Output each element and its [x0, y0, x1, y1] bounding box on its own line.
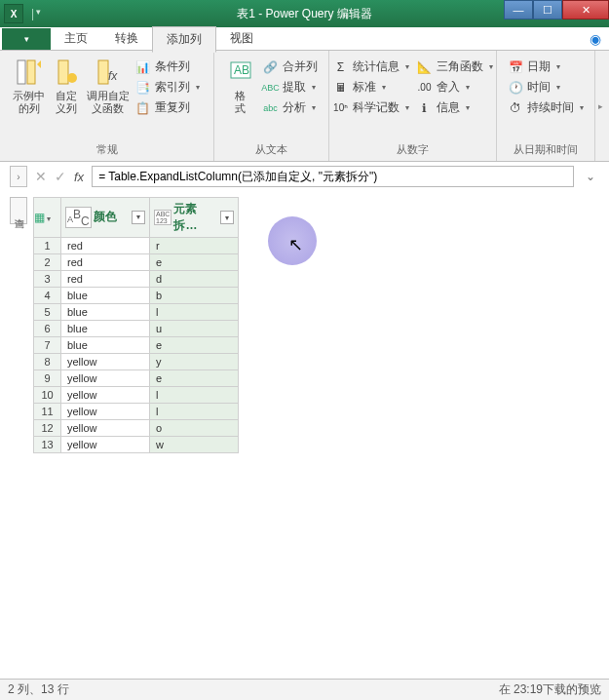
table-row[interactable]: 2rede: [34, 254, 239, 271]
format-button[interactable]: AB 格 式: [222, 55, 259, 140]
cell-element[interactable]: l: [150, 404, 239, 420]
cell-element[interactable]: o: [150, 420, 239, 437]
table-corner[interactable]: ▦▾: [34, 198, 61, 238]
cell-color[interactable]: yellow: [61, 387, 150, 404]
cell-element[interactable]: r: [150, 238, 239, 254]
scientific-button[interactable]: 10ⁿ科学记数▾: [329, 97, 413, 118]
cell-color[interactable]: red: [61, 238, 150, 254]
information-button[interactable]: ℹ信息▾: [413, 97, 497, 118]
cell-color[interactable]: red: [61, 271, 150, 288]
standard-button[interactable]: 🖩标准▾: [329, 77, 413, 97]
maximize-button[interactable]: ☐: [533, 0, 562, 19]
table-row[interactable]: 8yellowy: [34, 354, 239, 370]
cancel-formula-icon[interactable]: ✕: [35, 169, 47, 184]
qat-dropdown-icon[interactable]: ▾: [36, 7, 41, 20]
statistics-button[interactable]: Σ统计信息▾: [329, 57, 413, 77]
ribbon-overflow[interactable]: ▸: [594, 51, 606, 161]
cell-color[interactable]: red: [61, 254, 150, 271]
rounding-button[interactable]: .00舍入▾: [413, 77, 497, 97]
cell-element[interactable]: u: [150, 321, 239, 337]
cell-element[interactable]: e: [150, 370, 239, 387]
duplicate-icon: 📋: [135, 100, 151, 116]
trig-icon: 📐: [417, 59, 433, 75]
tab-view[interactable]: 视图: [216, 26, 267, 51]
table-row[interactable]: 12yellowo: [34, 420, 239, 437]
table-row[interactable]: 5bluel: [34, 304, 239, 321]
close-button[interactable]: ✕: [562, 0, 609, 19]
table-row[interactable]: 7bluee: [34, 337, 239, 354]
extract-button[interactable]: ABC提取▾: [259, 77, 322, 97]
cell-color[interactable]: yellow: [61, 370, 150, 387]
cell-color[interactable]: yellow: [61, 354, 150, 370]
tab-transform[interactable]: 转换: [101, 26, 152, 51]
table-icon: ▦: [34, 211, 45, 224]
chevron-down-icon: ▾: [382, 83, 386, 92]
parse-button[interactable]: abc分析▾: [259, 97, 322, 118]
invoke-custom-function-button[interactable]: fx 调用自定 义函数: [85, 55, 132, 140]
time-button[interactable]: 🕐时间▾: [504, 77, 588, 97]
cell-element[interactable]: e: [150, 254, 239, 271]
cell-color[interactable]: yellow: [61, 437, 150, 453]
trigonometry-button[interactable]: 📐三角函数▾: [413, 57, 497, 77]
table-row[interactable]: 13yelloww: [34, 437, 239, 453]
ribbon: 示例中 的列 自定 义列 fx 调用自定 义函数 📊条件列 📑索引列▾ 📋重复列…: [0, 51, 609, 162]
file-tab[interactable]: ▾: [2, 28, 51, 50]
duration-button[interactable]: ⏱持续时间▾: [504, 97, 588, 118]
filter-icon[interactable]: ▾: [132, 211, 145, 224]
formula-input[interactable]: = Table.ExpandListColumn(已添加自定义, "元素拆分"): [92, 166, 574, 187]
cell-color[interactable]: blue: [61, 304, 150, 321]
tab-home[interactable]: 主页: [51, 26, 101, 51]
cell-element[interactable]: d: [150, 271, 239, 288]
table-row[interactable]: 11yellowl: [34, 404, 239, 420]
cell-element[interactable]: y: [150, 354, 239, 370]
column-header-color[interactable]: ABC 颜色 ▾: [61, 198, 150, 238]
cell-element[interactable]: b: [150, 288, 239, 304]
custom-column-button[interactable]: 自定 义列: [48, 55, 85, 140]
date-button[interactable]: 📅日期▾: [504, 57, 588, 77]
column-header-element[interactable]: ABC 123 元素拆… ▾: [150, 198, 239, 238]
table-row[interactable]: 10yellowl: [34, 387, 239, 404]
cell-element[interactable]: l: [150, 304, 239, 321]
custom-column-icon: [51, 57, 82, 88]
column-from-examples-button[interactable]: 示例中 的列: [11, 55, 48, 140]
quick-access-toolbar: | ▾: [31, 7, 41, 20]
left-panel-toggle[interactable]: 查询: [10, 197, 27, 224]
cell-color[interactable]: yellow: [61, 404, 150, 420]
chevron-down-icon: ▾: [312, 103, 316, 112]
table-row[interactable]: 3redd: [34, 271, 239, 288]
table-row[interactable]: 9yellowe: [34, 370, 239, 387]
index-column-button[interactable]: 📑索引列▾: [132, 77, 204, 97]
merge-columns-button[interactable]: 🔗合并列: [259, 57, 322, 77]
cell-element[interactable]: w: [150, 437, 239, 453]
table-row[interactable]: 6blueu: [34, 321, 239, 337]
row-number: 5: [34, 304, 61, 321]
conditional-column-button[interactable]: 📊条件列: [132, 57, 204, 77]
table-row[interactable]: 1redr: [34, 238, 239, 254]
cell-color[interactable]: yellow: [61, 420, 150, 437]
table-row[interactable]: 4blueb: [34, 288, 239, 304]
cell-color[interactable]: blue: [61, 321, 150, 337]
mouse-cursor-icon: ↖: [288, 234, 303, 255]
stats-icon: Σ: [333, 59, 349, 75]
fx-icon[interactable]: fx: [74, 170, 84, 184]
extract-icon: ABC: [263, 80, 279, 96]
svg-rect-4: [98, 60, 108, 84]
filter-icon[interactable]: ▾: [220, 211, 234, 224]
cell-color[interactable]: blue: [61, 337, 150, 354]
minimize-button[interactable]: —: [504, 0, 533, 19]
cell-element[interactable]: l: [150, 387, 239, 404]
svg-rect-1: [27, 60, 35, 84]
duplicate-column-button[interactable]: 📋重复列: [132, 97, 204, 118]
example-column-icon: [14, 57, 45, 88]
accept-formula-icon[interactable]: ✓: [55, 169, 66, 184]
expand-formula-icon[interactable]: ⌄: [582, 170, 599, 183]
queries-panel-toggle[interactable]: ›: [10, 166, 27, 187]
row-number: 10: [34, 387, 61, 404]
help-icon[interactable]: ◉: [590, 31, 601, 47]
chevron-down-icon: ▾: [312, 83, 316, 92]
tab-addcolumn[interactable]: 添加列: [152, 26, 216, 53]
cell-element[interactable]: e: [150, 337, 239, 354]
cell-color[interactable]: blue: [61, 288, 150, 304]
svg-rect-2: [58, 60, 68, 84]
row-number: 7: [34, 337, 61, 354]
